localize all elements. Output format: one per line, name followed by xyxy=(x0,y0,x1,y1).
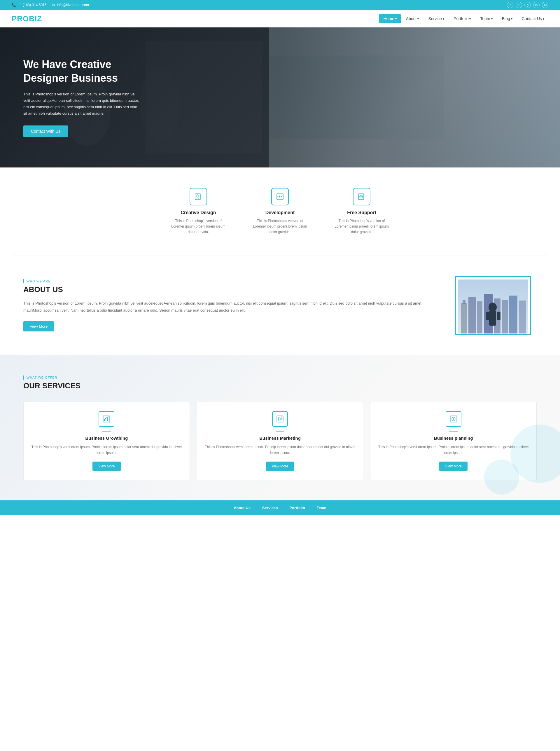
svg-rect-30 xyxy=(103,416,110,422)
about-right xyxy=(455,276,537,335)
footer-item-4: Team xyxy=(317,506,326,510)
chevron-down-icon: ▾ xyxy=(543,17,544,20)
growthing-icon xyxy=(99,411,114,427)
service-2-desc: This is Photoshop's versLorem Ipsum. Pro… xyxy=(204,444,356,456)
free-support-icon xyxy=(353,188,371,205)
feature-1-title: Creative Design xyxy=(169,210,227,215)
about-view-more-button[interactable]: View More xyxy=(23,321,54,332)
nav-portfolio[interactable]: Portfolio ▾ xyxy=(449,14,475,23)
feature-development: Development This is Photoshop's version … xyxy=(251,188,309,235)
chevron-down-icon: ▾ xyxy=(511,17,513,20)
feature-3-desc: This is Photoshop's version of Loremer i… xyxy=(333,218,391,235)
about-left: WHO WE ARE ABOUT US This is Photoshop's … xyxy=(23,279,432,332)
service-3-button[interactable]: View More xyxy=(439,461,467,471)
footer-item-1: About Us xyxy=(234,506,251,510)
nav-links: Home ▾ About ▾ Service ▾ Portfolio ▾ Tea… xyxy=(379,14,548,23)
card-divider xyxy=(449,431,458,432)
email-item: ✉ info@bizdatapri.com xyxy=(52,3,89,7)
svg-rect-18 xyxy=(463,300,465,304)
chevron-down-icon: ▾ xyxy=(469,17,471,20)
service-2-button[interactable]: View More xyxy=(266,461,294,471)
twitter-icon[interactable]: t xyxy=(516,2,522,8)
hero-section: We Have Creative Designer Business This … xyxy=(0,27,560,167)
feature-2-title: Development xyxy=(251,210,309,215)
svg-rect-27 xyxy=(489,311,496,325)
svg-rect-29 xyxy=(497,312,500,320)
svg-rect-25 xyxy=(519,300,526,334)
svg-point-14 xyxy=(360,196,362,197)
feature-3-title: Free Support xyxy=(333,210,391,215)
svg-point-8 xyxy=(197,195,199,197)
footer-item-3: Portfolio xyxy=(289,506,305,510)
services-label: WHAT WE OFFER xyxy=(23,376,537,380)
about-title: ABOUT US xyxy=(23,285,432,294)
chevron-down-icon: ▾ xyxy=(417,17,419,20)
google-plus-icon[interactable]: g xyxy=(524,2,531,8)
hero-title: We Have Creative Designer Business xyxy=(23,58,140,85)
nav-contact[interactable]: Contact Us ▾ xyxy=(518,14,548,23)
hero-cta-button[interactable]: Contact With Us xyxy=(23,125,68,137)
svg-rect-17 xyxy=(461,303,467,334)
svg-point-36 xyxy=(281,417,283,418)
svg-line-15 xyxy=(362,194,363,195)
card-divider xyxy=(102,431,111,432)
service-1-button[interactable]: View More xyxy=(93,461,120,471)
nav-blog[interactable]: Blog ▾ xyxy=(498,14,517,23)
card-divider xyxy=(276,431,284,432)
service-3-title: Business planning xyxy=(377,436,529,440)
service-3-desc: This is Photoshop's versLorem Ipsum. Pro… xyxy=(377,444,529,456)
service-2-title: Business Marketing xyxy=(204,436,356,440)
footer-preview: About Us Services Portfolio Team xyxy=(0,500,560,515)
services-title: OUR SERVICES xyxy=(23,381,537,390)
svg-line-11 xyxy=(279,196,280,198)
top-bar-left: 📞 +1 (168) 314 5016 ✉ info@bizdatapri.co… xyxy=(12,3,89,7)
service-1-desc: This is Photoshop's versLorem Ipsum. Pro… xyxy=(31,444,183,456)
feature-1-desc: This is Photoshop's version of Loremer i… xyxy=(169,218,227,235)
phone-icon: 📞 xyxy=(12,3,16,7)
services-section: WHAT WE OFFER OUR SERVICES Business Grow… xyxy=(0,355,560,501)
navbar: PROBIZ Home ▾ About ▾ Service ▾ Portfoli… xyxy=(0,10,560,27)
hero-content: We Have Creative Designer Business This … xyxy=(0,58,163,137)
linkedin-icon[interactable]: in xyxy=(533,2,540,8)
svg-rect-28 xyxy=(486,312,489,320)
svg-point-26 xyxy=(488,302,497,312)
service-card-marketing: Business Marketing This is Photoshop's v… xyxy=(197,402,363,480)
svg-marker-35 xyxy=(279,417,282,420)
svg-point-43 xyxy=(453,418,454,419)
top-bar: 📞 +1 (168) 314 5016 ✉ info@bizdatapri.co… xyxy=(0,0,560,10)
about-section: WHO WE ARE ABOUT US This is Photoshop's … xyxy=(0,256,560,355)
marketing-icon xyxy=(272,411,288,427)
hero-description: This is Photoshop's version of Lorem Ips… xyxy=(23,91,140,117)
nav-team[interactable]: Team ▾ xyxy=(476,14,496,23)
chevron-down-icon: ▾ xyxy=(443,17,444,20)
about-image-frame xyxy=(455,276,531,335)
svg-rect-24 xyxy=(509,296,517,334)
svg-rect-20 xyxy=(477,301,482,334)
svg-point-13 xyxy=(360,195,362,198)
logo: PROBIZ xyxy=(12,14,42,23)
svg-rect-23 xyxy=(502,300,508,334)
chevron-down-icon: ▾ xyxy=(395,17,397,20)
svg-rect-19 xyxy=(468,297,476,334)
phone-number: +1 (168) 314 5016 xyxy=(18,3,46,7)
feature-2-desc: This is Photoshop's version of Loremer i… xyxy=(251,218,309,235)
services-grid: Business Growthing This is Photoshop's v… xyxy=(23,402,537,480)
about-description: This is Photoshop's version of Lorem Ips… xyxy=(23,300,432,314)
nav-about[interactable]: About ▾ xyxy=(402,14,423,23)
facebook-icon[interactable]: f xyxy=(507,2,513,8)
nav-home[interactable]: Home ▾ xyxy=(379,14,400,23)
creative-design-icon xyxy=(189,188,207,205)
svg-point-38 xyxy=(452,417,455,421)
service-1-title: Business Growthing xyxy=(31,436,183,440)
email-icon: ✉ xyxy=(52,3,55,7)
service-card-growthing: Business Growthing This is Photoshop's v… xyxy=(23,402,190,480)
development-icon xyxy=(271,188,289,205)
features-section: Creative Design This is Photoshop's vers… xyxy=(0,167,560,256)
email-social-icon[interactable]: ✉ xyxy=(542,2,548,8)
chevron-down-icon: ▾ xyxy=(491,17,493,20)
feature-creative-design: Creative Design This is Photoshop's vers… xyxy=(169,188,227,235)
nav-service[interactable]: Service ▾ xyxy=(424,14,448,23)
planning-icon xyxy=(446,411,461,427)
deco-circle-2 xyxy=(484,459,519,495)
phone-item: 📞 +1 (168) 314 5016 xyxy=(12,3,46,7)
